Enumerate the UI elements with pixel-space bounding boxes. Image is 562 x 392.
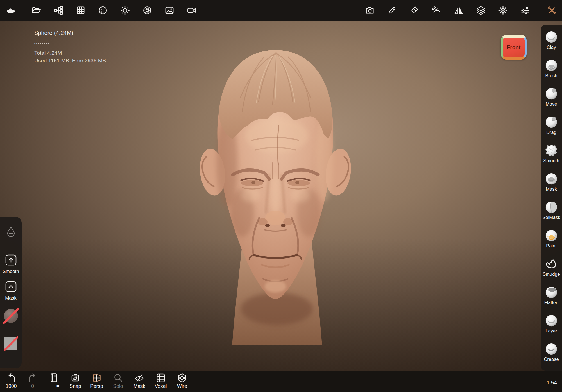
redo-count: 0 [31,383,34,389]
snap-label: Snap [70,383,81,389]
tool-label: Clay [547,45,556,50]
open-file-button[interactable] [31,5,41,15]
tool-label: Brush [545,73,557,78]
app-logo-button[interactable] [6,5,16,15]
smooth-shortcut-label: Smooth [3,269,19,274]
mask-shortcut-label: Mask [5,295,17,301]
history-equals-label: = [56,383,59,389]
tool-brush[interactable]: Brush [541,54,562,83]
interface-button[interactable] [520,5,530,15]
brush-sphere-icon [545,59,558,72]
persp-label: Persp [90,383,103,389]
tool-layer[interactable]: Layer [541,310,562,338]
tool-move[interactable]: Move [541,83,562,111]
intensity-value: - [10,241,12,247]
wire-label: Wire [177,383,187,389]
tool-clay[interactable]: Clay [541,26,562,54]
history-menu-button[interactable]: = [43,373,65,389]
object-name-and-polycount: Sphere (4.24M) [34,29,106,37]
magnifier-icon [113,373,123,383]
tool-selmask[interactable]: SelMask [541,196,562,225]
open-file-icon [31,6,41,15]
tool-label: Smudge [543,272,560,277]
brush-toolbar: Clay Brush Move Drag [541,25,562,371]
layers-icon [476,6,486,15]
selmask-sphere-icon [545,201,558,214]
stroke-tool-button[interactable] [431,5,441,15]
clay-sphere-icon [545,31,558,44]
undo-icon [6,373,16,383]
scale-readout: 1.54 [547,380,557,386]
texture-disabled-swatch[interactable] [4,336,18,352]
camera-icon [365,6,375,15]
grid-icon [76,6,85,15]
layers-button[interactable] [476,5,486,15]
tool-paint[interactable]: Paint [541,225,562,253]
redo-button[interactable]: 0 [22,373,43,389]
snap-button[interactable]: Snap [65,373,86,389]
tool-label: Drag [546,130,556,135]
voxel-button[interactable]: Voxel [150,373,171,389]
move-sphere-icon [545,87,558,100]
undo-button[interactable]: 1000 [1,373,22,389]
undo-count: 1000 [6,383,17,389]
voxel-grid-icon [156,373,166,383]
tool-label: Mask [546,186,557,192]
tool-smudge[interactable]: Smudge [541,253,562,281]
top-toolbar-right-group [365,5,557,15]
stylus-hand-icon [432,6,441,15]
tool-mask[interactable]: Mask [541,168,562,196]
scene-graph-icon [54,6,63,15]
intensity-droplet-icon[interactable] [5,226,17,239]
persp-button[interactable]: Persp [86,373,107,389]
tool-label: Flatten [544,300,558,305]
eye-slash-icon [134,373,144,383]
mirror-symmetry-icon [454,6,463,15]
solo-button[interactable]: Solo [107,373,129,389]
aperture-icon [142,6,152,15]
sliders-icon [520,6,530,15]
mask-view-button[interactable]: Mask [129,373,150,389]
solo-label: Solo [113,383,123,389]
screenshot-button[interactable] [365,5,375,15]
tool-label: Paint [546,243,557,249]
crease-sphere-icon [545,343,558,355]
pencil-tool-button[interactable] [387,5,397,15]
mask-sphere-icon [545,172,558,185]
tool-crease[interactable]: Crease [541,338,562,366]
mask-view-label: Mask [133,383,145,389]
material-disabled-swatch[interactable] [3,308,19,325]
wrench-screwdriver-icon [547,5,557,15]
tool-label: SelMask [542,215,560,220]
image-button[interactable] [164,5,175,15]
video-button[interactable] [187,5,197,15]
wireframe-icon [177,373,187,383]
lighting-button[interactable] [120,5,130,15]
smooth-shortcut-button[interactable] [5,254,17,267]
paint-tool-button[interactable] [409,5,419,15]
matcap-sphere-button[interactable] [98,5,108,15]
image-icon [165,6,174,15]
smudge-hand-icon [545,257,558,270]
settings-button[interactable] [498,5,508,15]
scene-graph-button[interactable] [53,5,64,15]
mask-shortcut-button[interactable] [5,281,17,294]
perspective-icon [92,373,102,383]
smooth-sphere-icon [545,144,558,157]
tool-label: Smooth [543,158,559,163]
wire-button[interactable]: Wire [171,373,193,389]
quick-options-panel: - Smooth Mask [0,217,22,368]
symmetry-button[interactable] [454,5,464,15]
debug-tools-button[interactable] [547,5,557,15]
paint-sphere-icon [545,229,558,242]
tool-smooth[interactable]: Smooth [541,140,562,168]
tool-flatten[interactable]: Flatten [541,281,562,310]
top-toolbar-left-group [6,5,197,15]
grid-button[interactable] [76,5,86,15]
app-logo-icon [6,5,16,15]
tool-label: Crease [544,357,559,362]
view-cube-front-face[interactable]: Front [507,44,521,51]
view-cube-gizmo[interactable]: Front [501,35,527,60]
tool-drag[interactable]: Drag [541,111,562,140]
background-button[interactable] [142,5,152,15]
